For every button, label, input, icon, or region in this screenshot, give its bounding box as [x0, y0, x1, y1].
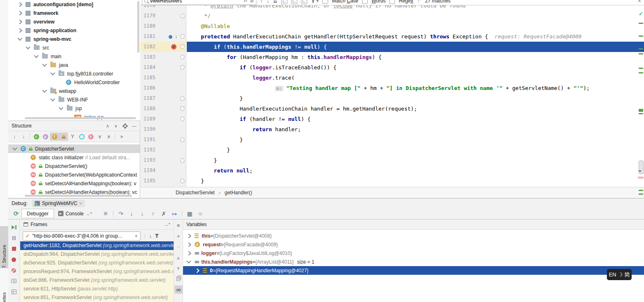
stop-icon[interactable] [8, 243, 19, 254]
variable-row[interactable]: oologger = {LogFactory$JavaUtilLog@4010} [183, 249, 644, 257]
code-line[interactable]: } [187, 134, 644, 145]
view-breakpoints-icon[interactable] [8, 254, 19, 265]
project-tree-item[interactable]: jsp [8, 104, 140, 113]
move-down-icon[interactable]: ▼ [174, 264, 183, 272]
chevron-right-icon[interactable] [17, 19, 22, 24]
newline-icon[interactable]: ↵ [244, 0, 248, 4]
resume-icon[interactable] [8, 222, 19, 233]
regex-label[interactable]: Regex [399, 0, 413, 4]
gutter-line[interactable]: 1194 [140, 165, 186, 176]
code-line[interactable]: HandlerExecutionChain handler = hm.getHa… [187, 104, 644, 114]
settings-icon[interactable]: ≋ [195, 210, 206, 217]
prev-frame-icon[interactable]: ↑ [143, 233, 146, 239]
hide-panel-icon[interactable]: — [132, 123, 136, 128]
fold-marker-icon[interactable] [181, 117, 184, 121]
chevron-right-icon[interactable] [186, 234, 191, 238]
pause-icon[interactable] [8, 233, 19, 243]
match-mark[interactable] [639, 109, 643, 112]
tool-window-button-favorites[interactable]: 2: Favorites [0, 284, 8, 302]
code-area[interactable]: * @return the HandlerExecutionChain, or … [187, 0, 644, 187]
hamburger-icon[interactable]: ≡ [100, 210, 111, 217]
sort-by-visibility-icon[interactable]: ↓ [10, 132, 19, 141]
chevron-down-icon[interactable] [50, 97, 55, 101]
gutter-line[interactable]: 1188 [140, 104, 186, 114]
chevron-down-icon[interactable] [34, 53, 38, 58]
fold-marker-icon[interactable] [181, 55, 184, 59]
code-line[interactable]: } [187, 145, 644, 155]
code-line[interactable]: } [187, 93, 644, 104]
stack-frame-row[interactable]: service:851, FrameworkServlet (org.sprin… [20, 293, 174, 302]
search-query[interactable]: viewResolvers [150, 0, 242, 4]
stack-frame-row[interactable]: doService:925, DispatcherServlet (org.sp… [20, 259, 174, 267]
fold-marker-icon[interactable] [181, 14, 184, 18]
chevron-right-icon[interactable] [186, 242, 191, 247]
code-line[interactable]: return handler; [187, 124, 644, 134]
breakpoint-icon[interactable]: ✓ [171, 44, 176, 50]
code-line[interactable]: */ [187, 11, 644, 21]
variable-row[interactable]: oothis.handlerMappings = {ArrayList@4011… [183, 257, 644, 266]
chevron-down-icon[interactable] [186, 259, 191, 263]
tab-console[interactable]: ▶ Console →* [54, 209, 96, 218]
select-all-occurrences-icon[interactable]: ⇊ [273, 0, 277, 4]
project-tree-item[interactable]: java [8, 61, 140, 69]
structure-item[interactable]: msetDetectAllHandlerMappings(boolean): v [8, 179, 140, 188]
gutter-line[interactable]: 1181↓ [140, 31, 186, 42]
regex-help-icon[interactable]: ? [417, 0, 420, 4]
search-input[interactable]: viewResolvers ↵ ⊗ [142, 0, 256, 5]
stack-frame-row[interactable]: doGet:866, FrameworkServlet (org.springf… [20, 276, 174, 285]
mute-breakpoints-icon[interactable] [8, 265, 19, 276]
next-occurrence-icon[interactable]: ↓ [267, 0, 270, 4]
chevron-right-icon[interactable] [186, 251, 191, 255]
gutter-line[interactable]: 1189 [140, 114, 186, 124]
force-step-into-icon[interactable]: ↓ [137, 210, 148, 217]
match-mark[interactable] [639, 53, 643, 54]
tool-window-button-structure[interactable]: 7: Structure [0, 226, 8, 268]
show-fields-icon[interactable]: f [50, 132, 59, 141]
chevron-right-icon[interactable] [17, 11, 22, 15]
gutter-line[interactable]: 1195 [140, 176, 186, 186]
new-watch-icon[interactable]: + [174, 232, 183, 240]
run-to-cursor-icon[interactable]: ↦ [169, 210, 180, 217]
close-search-icon[interactable]: ✕ [637, 0, 642, 4]
search-toggle-a-icon[interactable] [281, 0, 287, 4]
project-tree-item[interactable]: framework [8, 9, 140, 17]
match-case-label[interactable]: Match Case [332, 0, 358, 4]
match-mark[interactable] [639, 193, 643, 195]
code-line[interactable]: @Nullable [187, 21, 644, 31]
show-non-public-icon[interactable] [59, 132, 68, 141]
fold-marker-icon[interactable] [181, 96, 184, 101]
code-line[interactable]: } [187, 155, 644, 165]
structure-item[interactable]: mDispatcherServlet() [8, 162, 140, 170]
ime-indicator[interactable]: EN ☽ 简 [607, 269, 632, 280]
gutter-line[interactable]: 1185 [140, 73, 186, 83]
match-mark[interactable] [639, 190, 643, 191]
chevron-right-icon[interactable] [17, 2, 22, 7]
search-toggle-b-icon[interactable] [291, 0, 297, 4]
gutter-line[interactable]: 1192 [140, 145, 186, 155]
project-tree-item[interactable]: main [8, 52, 140, 61]
code-line[interactable]: for (HandlerMapping hm : this.handlerMap… [187, 52, 644, 62]
structure-item[interactable]: CDispatcherServlet [8, 144, 140, 153]
project-tree-item[interactable]: src [8, 43, 140, 52]
step-over-icon[interactable]: ↷ [115, 210, 126, 217]
chevron-down-icon[interactable] [42, 62, 47, 66]
match-mark[interactable] [639, 35, 643, 37]
gutter-line[interactable]: 1187 [140, 93, 186, 104]
chevron-right-icon[interactable] [195, 268, 199, 273]
collapse-all-icon[interactable]: ∧ [104, 132, 113, 141]
project-tree-item[interactable]: spring-web-mvc [8, 35, 140, 43]
show-interfaces-icon[interactable] [77, 132, 86, 141]
project-tree-item[interactable]: webapp [8, 87, 140, 95]
debug-session-tab[interactable]: SpringWebMVC × [32, 200, 85, 207]
search-toggle-c-icon[interactable] [301, 0, 307, 4]
remove-watch-icon[interactable]: − [174, 243, 183, 251]
stack-frame-row[interactable]: getHandler:1182, DispatcherServlet (org.… [20, 241, 174, 250]
fold-marker-icon[interactable] [181, 65, 184, 70]
stack-frame-row[interactable]: doDispatch:964, DispatcherServlet (org.s… [20, 250, 174, 259]
match-case-checkbox[interactable] [322, 0, 328, 4]
fold-marker-icon[interactable] [181, 137, 184, 142]
show-watches-icon[interactable]: oo [174, 285, 183, 294]
fold-marker-icon[interactable] [181, 179, 184, 183]
project-vertical-scrollbar[interactable] [137, 1, 139, 53]
collapse-all-icon[interactable]: ∨ [114, 123, 118, 129]
